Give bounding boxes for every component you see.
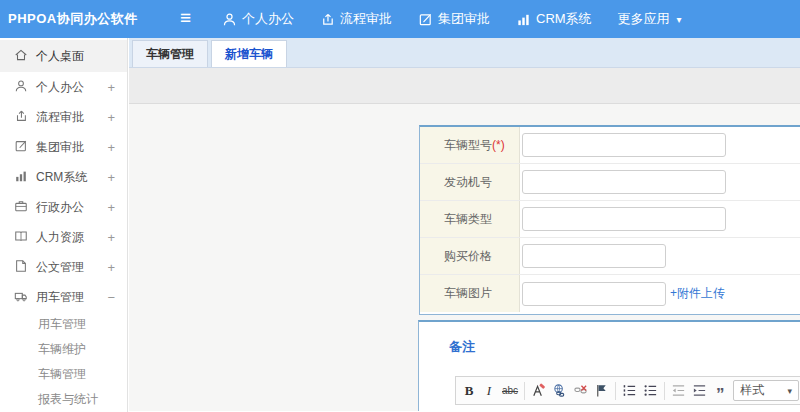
sidebar-subitem-vehicle-maintenance[interactable]: 车辆维护	[0, 337, 127, 362]
vehicle-model-input[interactable]	[522, 133, 726, 157]
italic-button[interactable]: I	[482, 381, 496, 401]
sidebar-subitem-vehicle-use[interactable]: 用车管理	[0, 312, 127, 337]
vehicle-image-input[interactable]	[522, 282, 666, 306]
topnav-label: 更多应用	[618, 10, 670, 28]
sidebar-item-label: 集团审批	[36, 139, 84, 156]
user-icon	[14, 79, 28, 96]
purchase-price-input[interactable]	[522, 244, 666, 268]
attachment-upload-link[interactable]: +附件上传	[670, 285, 725, 302]
sidebar-subitem-reports-statistics[interactable]: 报表与统计	[0, 387, 127, 412]
unlink-button[interactable]	[573, 381, 588, 401]
main-area: 车辆管理 新增车辆 车辆型号(*) 发动机号 车辆类型	[129, 38, 800, 412]
menu-icon[interactable]: ≡	[180, 0, 191, 38]
richtext-toolbar: B I abc	[455, 376, 800, 405]
expand-icon[interactable]: +	[107, 80, 115, 95]
field-label: 车辆图片	[420, 275, 520, 312]
sidebar-item-label: 公文管理	[36, 259, 84, 276]
sidebar-item-group-approval[interactable]: 集团审批 +	[0, 132, 127, 162]
form-row-model: 车辆型号(*)	[420, 127, 800, 164]
sidebar-item-vehicle-management[interactable]: 用车管理 −	[0, 282, 127, 312]
sidebar-item-label: 人力资源	[36, 229, 84, 246]
unlink-icon	[573, 383, 588, 398]
form-row-engine: 发动机号	[420, 164, 800, 201]
topnav-item-group-approval[interactable]: 集团审批	[418, 10, 490, 28]
topnav-item-crm[interactable]: CRM系统	[516, 10, 592, 28]
toolbar-separator	[664, 382, 665, 400]
form-row-type: 车辆类型	[420, 201, 800, 238]
field-label: 车辆类型	[420, 201, 520, 237]
form-row-price: 购买价格	[420, 238, 800, 275]
top-navigation: 个人办公 流程审批 集团审批 CRM系统 更多应用	[222, 0, 682, 38]
engine-number-input[interactable]	[522, 170, 726, 194]
field-label: 购买价格	[420, 238, 520, 274]
truck-icon	[14, 289, 28, 306]
topnav-label: 集团审批	[438, 10, 490, 28]
expand-icon[interactable]: +	[107, 170, 115, 185]
expand-icon[interactable]: +	[107, 230, 115, 245]
outdent-icon	[671, 383, 686, 398]
sidebar-item-label: 流程审批	[36, 109, 84, 126]
sidebar-item-label: 个人办公	[36, 79, 84, 96]
ordered-list-button[interactable]	[622, 381, 637, 401]
style-dropdown-label: 样式	[740, 382, 764, 399]
sidebar-item-label: CRM系统	[36, 169, 87, 186]
sidebar-item-crm[interactable]: CRM系统 +	[0, 162, 127, 192]
sidebar-item-workflow[interactable]: 流程审批 +	[0, 102, 127, 132]
toolbar-band	[129, 68, 800, 104]
sidebar-item-documents[interactable]: 公文管理 +	[0, 252, 127, 282]
app-window: PHPOA协同办公软件 ≡ 个人办公 流程审批 集团审批	[0, 0, 800, 412]
remark-section: 备注 B I abc	[418, 320, 800, 411]
topnav-item-personal-office[interactable]: 个人办公	[222, 10, 294, 28]
user-icon	[222, 12, 237, 27]
blockquote-button[interactable]: ”	[713, 381, 727, 401]
sidebar-item-personal-office[interactable]: 个人办公 +	[0, 72, 127, 102]
vehicle-form: 车辆型号(*) 发动机号 车辆类型 购买价格 车辆图片	[419, 125, 800, 315]
bar-chart-icon	[516, 12, 531, 27]
collapse-icon[interactable]: −	[107, 290, 115, 305]
anchor-flag-button[interactable]	[594, 381, 609, 401]
expand-icon[interactable]: +	[107, 140, 115, 155]
sidebar-subitem-vehicle-manage[interactable]: 车辆管理	[0, 362, 127, 387]
bullet-list-button[interactable]	[643, 381, 658, 401]
topnav-item-more-apps[interactable]: 更多应用 ▾	[618, 10, 682, 28]
outdent-button[interactable]	[671, 381, 686, 401]
book-icon	[14, 229, 28, 246]
topnav-label: 流程审批	[340, 10, 392, 28]
tab-vehicle-management[interactable]: 车辆管理	[132, 40, 208, 67]
app-logo: PHPOA协同办公软件	[8, 0, 138, 38]
sidebar-item-hr[interactable]: 人力资源 +	[0, 222, 127, 252]
sidebar-item-personal-desktop[interactable]: 个人桌面	[0, 40, 127, 72]
remove-format-button[interactable]	[531, 381, 546, 401]
sidebar-item-admin-office[interactable]: 行政办公 +	[0, 192, 127, 222]
link-button[interactable]	[552, 381, 567, 401]
vehicle-type-input[interactable]	[522, 207, 726, 231]
required-marker: (*)	[492, 138, 505, 152]
tab-add-vehicle[interactable]: 新增车辆	[211, 40, 287, 67]
field-label: 车辆型号(*)	[420, 127, 520, 163]
document-icon	[14, 259, 28, 276]
link-icon	[552, 383, 567, 398]
sidebar-item-label: 用车管理	[36, 289, 84, 306]
remove-format-icon	[531, 383, 546, 398]
expand-icon[interactable]: +	[107, 200, 115, 215]
strikethrough-button[interactable]: abc	[502, 381, 518, 401]
topnav-item-workflow[interactable]: 流程审批	[320, 10, 392, 28]
anchor-flag-icon	[594, 383, 609, 398]
topnav-label: CRM系统	[536, 10, 592, 28]
edit-square-icon	[14, 139, 28, 156]
content-area: 车辆型号(*) 发动机号 车辆类型 购买价格 车辆图片	[129, 104, 800, 411]
caret-down-icon: ▾	[677, 14, 682, 25]
sidebar-item-label: 行政办公	[36, 199, 84, 216]
expand-icon[interactable]: +	[107, 260, 115, 275]
briefcase-icon	[14, 199, 28, 216]
ordered-list-icon	[622, 383, 637, 398]
bold-button[interactable]: B	[462, 381, 476, 401]
indent-icon	[692, 383, 707, 398]
style-dropdown[interactable]: 样式 ▾	[733, 380, 799, 401]
indent-button[interactable]	[692, 381, 707, 401]
sidebar: 个人桌面 个人办公 + 流程审批 + 集团审批 +	[0, 38, 128, 412]
toolbar-separator	[615, 382, 616, 400]
toolbar-separator	[524, 382, 525, 400]
expand-icon[interactable]: +	[107, 110, 115, 125]
remark-title: 备注	[449, 338, 475, 356]
